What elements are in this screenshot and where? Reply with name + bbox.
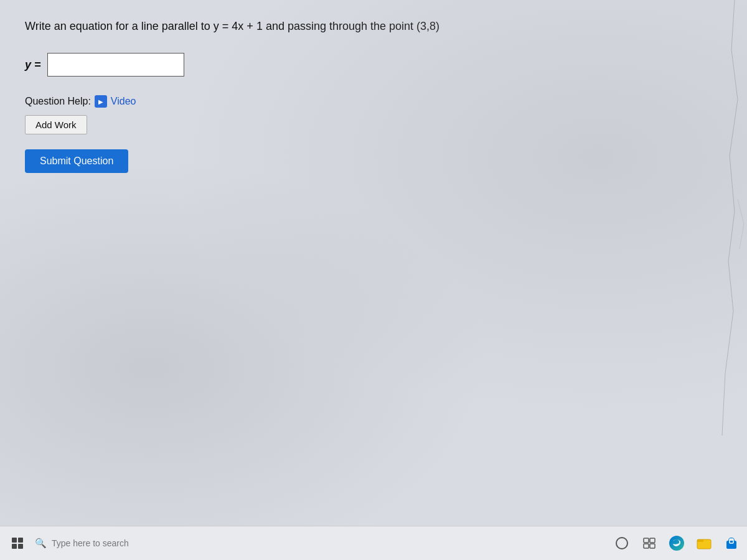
taskbar-search-input[interactable] — [52, 538, 176, 548]
cortana-circle-button[interactable] — [613, 534, 631, 553]
main-content: Write an equation for a line parallel to… — [0, 0, 747, 526]
svg-rect-7 — [697, 539, 703, 542]
equation-row: y = — [25, 53, 722, 77]
file-explorer-button[interactable] — [695, 534, 713, 553]
submit-question-button[interactable]: Submit Question — [25, 149, 128, 173]
edge-browser-button[interactable] — [667, 534, 686, 553]
question-help-row: Question Help: ▶ Video — [25, 95, 722, 108]
video-play-icon[interactable]: ▶ — [95, 95, 107, 108]
question-text: Write an equation for a line parallel to… — [25, 19, 722, 34]
add-work-button[interactable]: Add Work — [25, 115, 87, 134]
video-link[interactable]: Video — [111, 96, 136, 107]
y-equals-label: y = — [25, 58, 41, 72]
windows-start-button[interactable] — [6, 532, 29, 554]
taskbar-search-area: 🔍 — [35, 538, 176, 549]
taskview-button[interactable] — [640, 534, 659, 553]
svg-rect-4 — [650, 544, 655, 548]
microsoft-store-button[interactable] — [722, 534, 741, 553]
svg-rect-9 — [726, 541, 736, 549]
svg-point-5 — [669, 536, 684, 551]
taskbar-right-icons — [613, 534, 741, 553]
taskbar: 🔍 — [0, 526, 747, 560]
svg-rect-1 — [644, 538, 649, 543]
svg-point-0 — [616, 538, 627, 549]
search-icon: 🔍 — [35, 538, 47, 549]
svg-rect-2 — [650, 538, 655, 543]
svg-rect-3 — [644, 544, 649, 548]
answer-input[interactable] — [47, 53, 184, 77]
question-help-label: Question Help: — [25, 96, 91, 107]
